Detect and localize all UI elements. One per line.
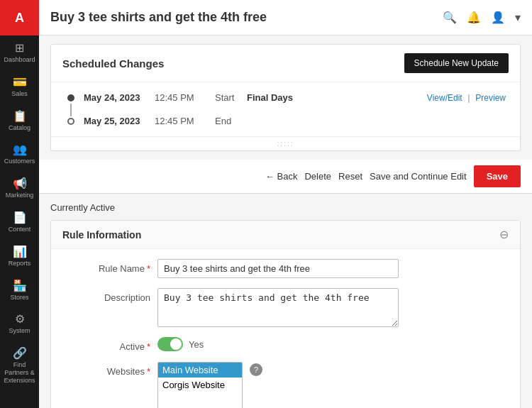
- active-toggle[interactable]: [157, 337, 183, 351]
- timeline-type-1: Start: [215, 92, 240, 103]
- content-area: Scheduled Changes Schedule New Update Ma…: [39, 35, 532, 408]
- search-icon[interactable]: 🔍: [443, 11, 457, 24]
- sidebar-item-dashboard[interactable]: ⊞ Dashboard: [0, 35, 39, 70]
- sidebar-item-label: System: [9, 327, 30, 335]
- rule-information-title: Rule Information: [62, 229, 141, 241]
- sidebar-item-content[interactable]: 📄 Content: [0, 205, 39, 239]
- timeline-date-2: May 25, 2023: [84, 116, 148, 126]
- back-button[interactable]: ← Back: [265, 171, 298, 182]
- timeline-item: May 25, 2023 12:45 PM End: [65, 116, 506, 126]
- websites-row: Websites* Main Website Corgis Website ?: [65, 362, 506, 408]
- timeline-dot-start: [67, 94, 74, 101]
- form-section-header: Rule Information ⊖: [51, 221, 520, 249]
- stores-icon: 🏪: [13, 279, 27, 292]
- caret-icon[interactable]: ▾: [515, 11, 521, 24]
- timeline-connector: [65, 103, 506, 116]
- sidebar-item-partners[interactable]: 🔗 Find Partners & Extensions: [0, 341, 39, 390]
- scheduled-header: Scheduled Changes Schedule New Update: [51, 45, 520, 82]
- sidebar-logo: A: [0, 0, 39, 35]
- timeline-time-1: 12:45 PM: [155, 92, 208, 103]
- topbar-icons: 🔍 🔔 👤 ▾: [443, 11, 521, 24]
- websites-label: Websites*: [65, 362, 150, 377]
- page-title: Buy 3 tee shirts and get the 4th free: [50, 10, 267, 25]
- website-option-main[interactable]: Main Website: [158, 363, 242, 377]
- rule-name-label: Rule Name*: [65, 259, 150, 274]
- catalog-icon: 📋: [13, 109, 27, 123]
- sidebar-item-catalog[interactable]: 📋 Catalog: [0, 104, 39, 138]
- collapse-icon[interactable]: ⊖: [499, 228, 509, 241]
- websites-select[interactable]: Main Website Corgis Website: [157, 362, 243, 408]
- sidebar-item-stores[interactable]: 🏪 Stores: [0, 273, 39, 307]
- description-label: Description: [65, 288, 150, 303]
- timeline-time-2: 12:45 PM: [155, 116, 208, 126]
- active-label: Active*: [65, 337, 150, 352]
- action-toolbar: ← Back Delete Reset Save and Continue Ed…: [39, 160, 532, 194]
- schedule-new-update-button[interactable]: Schedule New Update: [404, 53, 509, 73]
- sidebar-item-label: Stores: [10, 294, 28, 302]
- timeline-type-2: End: [215, 116, 240, 126]
- sidebar-item-label: Customers: [4, 158, 35, 165]
- marketing-icon: 📢: [13, 177, 27, 190]
- save-button[interactable]: Save: [474, 165, 521, 187]
- timeline-date-1: May 24, 2023: [84, 92, 148, 103]
- sidebar-item-label: Dashboard: [4, 56, 35, 64]
- form-body: Rule Name* Description Active*: [51, 249, 520, 408]
- timeline-name-1: Final Days: [247, 92, 293, 103]
- sidebar-item-label: Marketing: [6, 192, 34, 199]
- sidebar: A ⊞ Dashboard 💳 Sales 📋 Catalog 👥 Custom…: [0, 0, 39, 408]
- content-icon: 📄: [13, 211, 27, 224]
- user-icon[interactable]: 👤: [491, 11, 505, 24]
- sidebar-item-customers[interactable]: 👥 Customers: [0, 137, 39, 171]
- website-option-corgis[interactable]: Corgis Website: [158, 377, 242, 392]
- rule-name-input[interactable]: [157, 259, 399, 278]
- timeline-links-1: View/Edit | Preview: [427, 92, 506, 103]
- active-row: Active* Yes: [65, 337, 506, 352]
- timeline-dot-container-2: [65, 118, 77, 125]
- reset-button[interactable]: Reset: [338, 171, 362, 182]
- scheduled-changes-title: Scheduled Changes: [62, 57, 164, 70]
- main-content: Buy 3 tee shirts and get the 4th free 🔍 …: [39, 0, 532, 408]
- rule-information-section: Rule Information ⊖ Rule Name* Descriptio…: [50, 220, 521, 408]
- customers-icon: 👥: [13, 143, 27, 156]
- system-icon: ⚙: [15, 312, 25, 326]
- topbar: Buy 3 tee shirts and get the 4th free 🔍 …: [39, 0, 532, 35]
- sidebar-item-label: Catalog: [9, 124, 31, 132]
- form-area: Currently Active Rule Information ⊖ Rule…: [39, 194, 532, 408]
- scheduled-changes-panel: Scheduled Changes Schedule New Update Ma…: [50, 44, 521, 151]
- description-row: Description: [65, 288, 506, 327]
- websites-help-icon[interactable]: ?: [250, 363, 262, 376]
- active-toggle-row: Yes: [157, 337, 204, 351]
- sidebar-item-label: Reports: [9, 260, 31, 268]
- timeline-dot-container: [65, 94, 77, 101]
- sidebar-item-label: Content: [9, 226, 31, 233]
- timeline-item: May 24, 2023 12:45 PM Start Final Days V…: [65, 92, 506, 103]
- sidebar-item-sales[interactable]: 💳 Sales: [0, 70, 39, 104]
- timeline-line: [70, 104, 72, 116]
- description-textarea[interactable]: [157, 288, 399, 327]
- sidebar-item-label: Sales: [11, 90, 28, 98]
- timeline-line-container: [65, 103, 77, 117]
- delete-button[interactable]: Delete: [304, 171, 331, 182]
- rule-name-row: Rule Name*: [65, 259, 506, 278]
- drag-handle[interactable]: :::::: [51, 136, 520, 150]
- save-continue-button[interactable]: Save and Continue Edit: [370, 171, 467, 182]
- sidebar-item-system[interactable]: ⚙ System: [0, 307, 39, 341]
- view-edit-link[interactable]: View/Edit: [427, 93, 462, 103]
- sidebar-item-marketing[interactable]: 📢 Marketing: [0, 171, 39, 205]
- preview-link[interactable]: Preview: [475, 93, 506, 103]
- timeline-dot-end: [67, 118, 74, 125]
- reports-icon: 📊: [13, 245, 27, 258]
- sidebar-item-reports[interactable]: 📊 Reports: [0, 239, 39, 273]
- sidebar-item-label: Find Partners & Extensions: [3, 361, 36, 384]
- notification-icon[interactable]: 🔔: [467, 11, 481, 24]
- currently-active-label: Currently Active: [50, 202, 521, 213]
- timeline: May 24, 2023 12:45 PM Start Final Days V…: [51, 82, 520, 136]
- sales-icon: 💳: [13, 75, 27, 89]
- dashboard-icon: ⊞: [15, 41, 24, 55]
- partners-icon: 🔗: [13, 346, 27, 360]
- active-toggle-label: Yes: [189, 339, 204, 350]
